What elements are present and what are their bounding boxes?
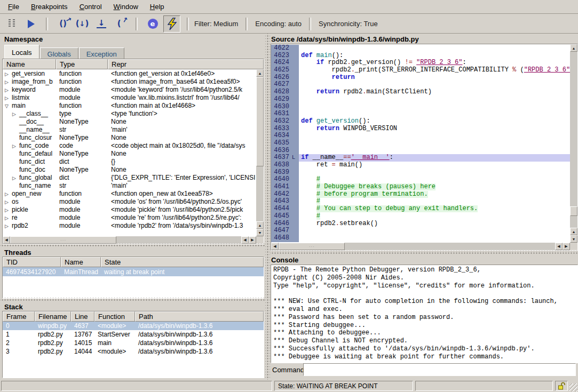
line-number-gutter[interactable]: 4647 bbox=[271, 227, 299, 235]
column-header-repr[interactable]: Repr bbox=[108, 59, 264, 69]
column-header-frame[interactable]: Frame bbox=[3, 311, 35, 322]
line-number-gutter[interactable]: 4631 bbox=[271, 110, 299, 118]
namespace-row[interactable]: ▷__class__type<type 'function'> bbox=[3, 109, 256, 117]
line-number-gutter[interactable]: 4625 bbox=[271, 67, 299, 74]
namespace-row[interactable]: __doc__NoneTypeNone bbox=[3, 117, 256, 125]
line-number-gutter[interactable]: 4623 bbox=[271, 52, 299, 60]
line-number-gutter[interactable]: 4636 bbox=[271, 147, 299, 155]
resize-grip[interactable] bbox=[569, 383, 577, 391]
scroll-left-icon[interactable]: ◀ bbox=[555, 243, 563, 250]
namespace-row[interactable]: ▷func_codecode<code object main at 0x180… bbox=[3, 141, 256, 149]
expand-icon[interactable]: ▷ bbox=[5, 215, 12, 221]
return-button[interactable]: ↓ bbox=[93, 15, 110, 33]
stack-row[interactable]: 2rpdb2.py14015main/data/sys/bin/winpdb-1… bbox=[3, 339, 264, 347]
source-line[interactable]: 4640 # bbox=[271, 176, 570, 183]
expand-icon[interactable]: ▷ bbox=[5, 71, 12, 77]
source-line[interactable]: 4647 bbox=[271, 227, 570, 235]
scroll-left-icon[interactable]: ◀ bbox=[271, 243, 279, 250]
command-input[interactable] bbox=[303, 363, 576, 376]
scroll-right-icon[interactable]: ▶ bbox=[563, 243, 570, 250]
expand-icon[interactable]: ▷ bbox=[5, 79, 12, 85]
menu-item-help[interactable]: Help bbox=[144, 1, 170, 13]
scroll-down-icon[interactable]: ▼ bbox=[256, 229, 264, 236]
source-line[interactable]: 4637Lif __name__=='__main__': bbox=[271, 154, 570, 162]
source-lines[interactable]: 46224623def main():4624 if rpdb2.get_ver… bbox=[271, 45, 570, 243]
namespace-row[interactable]: ▷picklemodule<module 'pickle' from '/usr… bbox=[3, 205, 256, 213]
source-line[interactable]: 4627 bbox=[271, 81, 570, 89]
go-button[interactable] bbox=[22, 15, 39, 33]
collapse-icon[interactable]: ▽ bbox=[5, 103, 12, 109]
namespace-row[interactable]: func_defaulNoneTypeNone bbox=[3, 149, 256, 157]
menu-item-file[interactable]: File bbox=[2, 1, 25, 13]
source-line[interactable]: 4632def get_version(): bbox=[271, 118, 570, 125]
scroll-left-icon[interactable]: ◀ bbox=[241, 236, 249, 244]
column-header-tid[interactable]: TID bbox=[3, 257, 61, 267]
namespace-row[interactable]: ▷remodule<module 're' from '/usr/lib64/p… bbox=[3, 213, 256, 221]
expand-icon[interactable]: ▷ bbox=[12, 143, 19, 149]
next-button[interactable]: ()→ bbox=[54, 15, 72, 33]
column-header-function[interactable]: Function bbox=[94, 311, 135, 322]
source-line[interactable]: 4636 bbox=[271, 147, 570, 155]
column-header-path[interactable]: Path bbox=[135, 311, 264, 322]
column-header-name[interactable]: Name bbox=[61, 257, 101, 267]
scroll-down-icon[interactable]: ▼ bbox=[570, 235, 577, 243]
source-line[interactable]: 4643 # bbox=[271, 198, 570, 205]
source-line[interactable]: 4633 return WINPDB_VERSION bbox=[271, 125, 570, 133]
line-number-gutter[interactable]: 4645 bbox=[271, 213, 299, 220]
scroll-up-icon[interactable]: ▲ bbox=[256, 221, 264, 229]
line-number-gutter[interactable]: 4637L bbox=[271, 154, 299, 162]
source-line[interactable]: 4645 # bbox=[271, 213, 570, 220]
goto-button[interactable]: (↑. bbox=[112, 15, 129, 33]
namespace-vscrollbar[interactable]: ▲ ▲ ▼ bbox=[256, 69, 264, 236]
line-number-gutter[interactable]: 4635 bbox=[271, 140, 299, 147]
source-line[interactable]: 4625 rpdb2._print(STR_ERROR_INTERFACE_CO… bbox=[271, 67, 570, 74]
expand-icon[interactable]: ▷ bbox=[5, 207, 12, 213]
scroll-up-icon[interactable]: ▲ bbox=[256, 69, 264, 77]
source-line[interactable]: 4635 bbox=[271, 140, 570, 147]
expand-icon[interactable]: ▷ bbox=[12, 175, 19, 181]
source-line[interactable]: 4646 rpdb2.setbreak() bbox=[271, 220, 570, 228]
scroll-right-icon[interactable]: ▶ bbox=[249, 236, 256, 244]
line-number-gutter[interactable]: 4644 bbox=[271, 205, 299, 213]
source-line[interactable]: 4648 bbox=[271, 235, 570, 242]
namespace-row[interactable]: func_closurNoneTypeNone bbox=[3, 133, 256, 141]
source-line[interactable]: 4623def main(): bbox=[271, 52, 570, 60]
source-line[interactable]: 4639 bbox=[271, 169, 570, 177]
menu-item-window[interactable]: Window bbox=[108, 1, 144, 13]
line-number-gutter[interactable]: 4630 bbox=[271, 103, 299, 111]
splitter-namespace-threads[interactable] bbox=[0, 243, 265, 247]
source-vscrollbar[interactable]: ▲ ▲ ▼ bbox=[570, 44, 577, 243]
source-line[interactable]: 4644 # You can step to debug any exit ha… bbox=[271, 205, 570, 213]
expand-icon[interactable]: ▷ bbox=[5, 95, 12, 101]
scroll-left-icon[interactable]: ◀ bbox=[3, 236, 10, 244]
source-hscrollbar[interactable]: ◀ ··· ◀ ▶ bbox=[271, 243, 570, 250]
stack-row[interactable]: 0winpdb.py4637<module>/data/sys/bin/winp… bbox=[3, 322, 264, 330]
source-line[interactable]: 4638 ret = main() bbox=[271, 162, 570, 169]
namespace-row[interactable]: ▷get_versionfunction<function get_versio… bbox=[3, 69, 256, 77]
namespace-row[interactable]: func_docNoneTypeNone bbox=[3, 165, 256, 173]
namespace-row[interactable]: __name__str'main' bbox=[3, 125, 256, 133]
line-number-gutter[interactable]: 4632 bbox=[271, 118, 299, 125]
line-number-gutter[interactable]: 4638 bbox=[271, 162, 299, 169]
source-line[interactable]: 4630 bbox=[271, 103, 570, 111]
source-line[interactable]: 4628 return rpdb2.main(StartClient) bbox=[271, 89, 570, 96]
break-button[interactable] bbox=[3, 15, 20, 33]
source-line[interactable]: 4626 return bbox=[271, 74, 570, 82]
line-number-gutter[interactable]: 4627 bbox=[271, 81, 299, 89]
source-line[interactable]: 4641 # Debuggee breaks (pauses) here bbox=[271, 183, 570, 191]
thread-row[interactable]: 46974534127920MainThreadwaiting at break… bbox=[3, 267, 264, 276]
column-header-filename[interactable]: Filename bbox=[35, 311, 71, 322]
synchronicity-button[interactable] bbox=[163, 15, 180, 33]
expand-icon[interactable]: ▷ bbox=[5, 199, 12, 205]
namespace-row[interactable]: ▷listmixmodule<module 'wx.lib.mixins.lis… bbox=[3, 93, 256, 101]
line-number-gutter[interactable]: 4633 bbox=[271, 125, 299, 133]
line-number-gutter[interactable]: 4628 bbox=[271, 89, 299, 96]
namespace-hscrollbar[interactable]: ◀ ··· ◀ ▶ bbox=[3, 236, 256, 244]
scroll-up-icon[interactable]: ▲ bbox=[570, 228, 577, 235]
source-line[interactable]: 4642 # before program termination. bbox=[271, 191, 570, 198]
line-number-gutter[interactable]: 4640 bbox=[271, 176, 299, 183]
source-editor[interactable]: 46224623def main():4624 if rpdb2.get_ver… bbox=[271, 44, 578, 251]
expand-icon[interactable]: ▷ bbox=[5, 191, 12, 197]
namespace-row[interactable]: ▷image_from_bfunction<function image_fro… bbox=[3, 77, 256, 85]
stack-row[interactable]: 3rpdb2.py14044<module>/data/sys/bin/winp… bbox=[3, 347, 264, 356]
